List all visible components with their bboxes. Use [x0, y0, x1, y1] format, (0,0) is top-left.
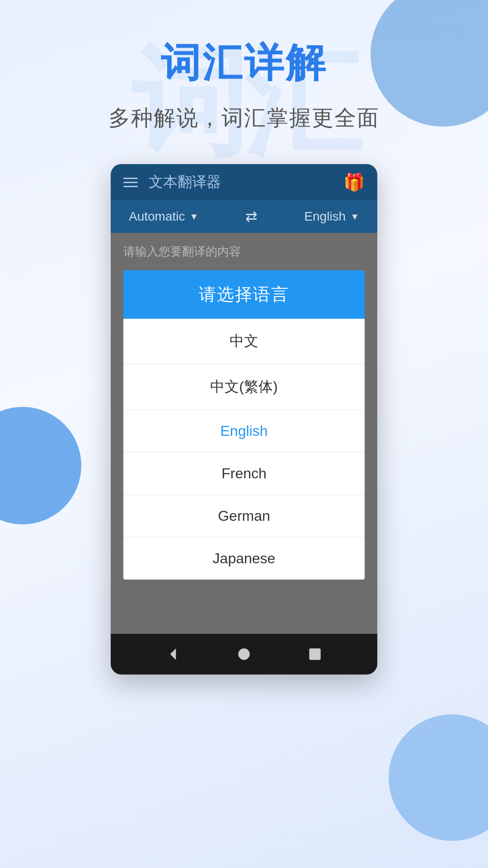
lang-option[interactable]: Japanese	[123, 538, 365, 580]
lang-option[interactable]: English	[123, 410, 365, 453]
target-lang-label: English	[304, 209, 346, 224]
source-lang-selector[interactable]: Automatic ▼	[129, 209, 198, 224]
hero-title: 词汇详解	[161, 36, 327, 90]
nav-bar	[111, 634, 377, 675]
lang-option[interactable]: 中文	[123, 319, 365, 364]
lang-option[interactable]: 中文(繁体)	[123, 364, 365, 410]
page-content: 词汇详解 多种解说，词汇掌握更全面 文本翻译器 🎁 Automatic ▼ ⇄ …	[0, 0, 488, 855]
lang-options-list: 中文中文(繁体)EnglishFrenchGermanJapanese	[123, 319, 365, 580]
modal-overlay: 请选择语言 中文中文(繁体)EnglishFrenchGermanJapanes…	[111, 270, 377, 580]
app-title: 文本翻译器	[149, 172, 343, 192]
back-button[interactable]	[157, 638, 189, 670]
menu-line	[123, 186, 138, 187]
source-lang-label: Automatic	[129, 209, 185, 224]
hero-subtitle: 多种解说，词汇掌握更全面	[108, 104, 380, 132]
gift-icon[interactable]: 🎁	[343, 172, 365, 192]
home-icon	[235, 646, 253, 663]
lang-dialog-title: 请选择语言	[199, 285, 289, 304]
lang-dialog-header: 请选择语言	[123, 270, 365, 319]
lang-bar: Automatic ▼ ⇄ English ▼	[111, 200, 377, 233]
menu-line	[123, 182, 138, 183]
app-bar: 文本翻译器 🎁	[111, 164, 377, 200]
text-input-area[interactable]: 请输入您要翻译的内容	[111, 233, 377, 270]
text-input-placeholder: 请输入您要翻译的内容	[123, 245, 241, 258]
source-lang-arrow-icon: ▼	[190, 212, 199, 222]
menu-line	[123, 178, 138, 179]
recent-icon	[306, 646, 324, 663]
target-lang-arrow-icon: ▼	[350, 212, 359, 222]
back-icon	[164, 646, 182, 663]
menu-button[interactable]	[123, 178, 138, 187]
home-button[interactable]	[228, 638, 260, 670]
lang-dialog: 请选择语言 中文中文(繁体)EnglishFrenchGermanJapanes…	[123, 270, 365, 580]
gray-area-below-dialog	[111, 580, 377, 634]
svg-marker-0	[170, 648, 176, 660]
lang-option[interactable]: German	[123, 495, 365, 538]
swap-lang-button[interactable]: ⇄	[245, 208, 258, 225]
phone-mockup: 文本翻译器 🎁 Automatic ▼ ⇄ English ▼ 请输入您要翻译的…	[111, 164, 377, 675]
target-lang-selector[interactable]: English ▼	[304, 209, 359, 224]
svg-rect-2	[309, 648, 320, 660]
svg-point-1	[238, 648, 249, 660]
recent-button[interactable]	[299, 638, 331, 670]
lang-option[interactable]: French	[123, 453, 365, 495]
